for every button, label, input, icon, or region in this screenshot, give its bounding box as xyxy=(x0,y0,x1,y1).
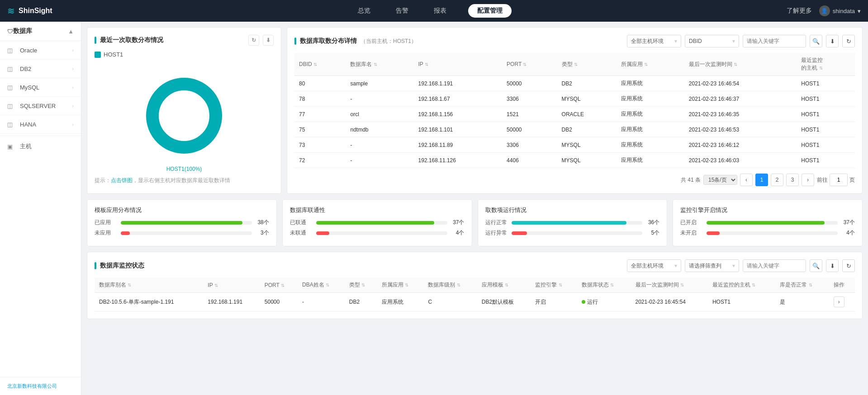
cell-app: 应用系统 xyxy=(617,91,684,107)
th-name[interactable]: 数据库名 ⇅ xyxy=(346,53,413,76)
mth-ip[interactable]: IP ⇅ xyxy=(203,277,260,293)
monitor-env-filter[interactable]: 全部主机环境 ▾ xyxy=(627,259,681,272)
th-host[interactable]: 最近监控的主机 ⇅ xyxy=(797,53,855,76)
mth-lasttime[interactable]: 最后一次监测时间 ⇅ xyxy=(631,277,708,293)
sidebar-item-host[interactable]: ▣ 主机 xyxy=(0,138,81,155)
pagination-prev-btn[interactable]: ‹ xyxy=(740,174,753,186)
stat-label: 已开启 xyxy=(680,219,703,226)
cell-type: DB2 xyxy=(557,76,617,91)
sidebar-item-sqlserver[interactable]: ◫ SQLSERVER › xyxy=(0,97,81,115)
monitor-download-btn[interactable]: ⬇ xyxy=(826,259,839,272)
detail-dbid-filter[interactable]: DBID ▾ xyxy=(685,35,739,47)
stats-row: 模板应用分布情况 已应用 38个 未应用 3个 xyxy=(87,199,863,246)
cell-host[interactable]: HOST1 xyxy=(797,91,855,107)
cell-name: - xyxy=(346,137,413,153)
mth-app[interactable]: 所属应用 ⇅ xyxy=(377,277,424,293)
chart-tip-link[interactable]: 点击饼图 xyxy=(111,177,133,183)
pagination-page-input[interactable] xyxy=(830,174,848,186)
sidebar-item-hana[interactable]: ◫ HANA › xyxy=(0,115,81,134)
detail-search-input[interactable] xyxy=(743,35,806,47)
stat-value: 5个 xyxy=(646,229,659,237)
th-type[interactable]: 类型 ⇅ xyxy=(557,53,617,76)
monitor-refresh-btn[interactable]: ↻ xyxy=(842,259,855,272)
mth-alias[interactable]: 数据库别名 ⇅ xyxy=(95,277,203,293)
pagination-page-2[interactable]: 2 xyxy=(771,174,783,186)
mth-template[interactable]: 应用模板 ⇅ xyxy=(477,277,531,293)
nav-item-overview[interactable]: 总览 xyxy=(354,0,374,21)
cell-name: - xyxy=(346,91,413,107)
cell-host[interactable]: HOST1 xyxy=(797,137,855,153)
cell-dbid: 72 xyxy=(294,153,346,168)
pagination-page-size[interactable]: 15条/页 20条/页 xyxy=(703,175,737,185)
monitor-col-filter[interactable]: 请选择筛查列 ▾ xyxy=(685,259,739,272)
detail-subtitle-text: （当前主机：HOST1） xyxy=(360,38,417,45)
mth-status[interactable]: 数据库状态 ⇅ xyxy=(577,277,631,293)
monitor-search-input[interactable] xyxy=(743,259,806,272)
mth-level[interactable]: 数据库级别 ⇅ xyxy=(423,277,477,293)
legend-dot xyxy=(95,52,101,58)
mth-type[interactable]: 类型 ⇅ xyxy=(345,277,377,293)
stat-title: 数据库联通性 xyxy=(290,206,465,214)
sidebar-item-oracle[interactable]: ◫ Oracle › xyxy=(0,41,81,60)
mth-port[interactable]: PORT ⇅ xyxy=(260,277,298,293)
detail-refresh-btn[interactable]: ↻ xyxy=(842,35,855,47)
th-ip[interactable]: IP ⇅ xyxy=(414,53,503,76)
donut-card: 最近一次取数分布情况 ↻ ⬇ HOST1 xyxy=(87,27,281,194)
nav-right: 了解更多 👤 shindata ▾ xyxy=(787,5,861,16)
nav-item-report[interactable]: 报表 xyxy=(430,0,450,21)
stat-bar xyxy=(121,221,242,225)
cell-dbid: 77 xyxy=(294,107,346,122)
cell-host[interactable]: HOST1 xyxy=(797,122,855,137)
main-layout: 🛡 数据库 ▲ ◫ Oracle › ◫ DB2 › ◫ MySQL › ◫ S… xyxy=(0,22,868,395)
cell-type: MYSQL xyxy=(557,91,617,107)
cell-host[interactable]: HOST1 xyxy=(797,107,855,122)
cell-host[interactable]: HOST1 xyxy=(797,76,855,91)
cell-name[interactable]: ndtmdb xyxy=(346,122,413,137)
detail-card-header: 数据库取数分布详情 （当前主机：HOST1） 全部主机环境 ▾ DBID ▾ xyxy=(294,35,855,47)
sidebar-item-mysql[interactable]: ◫ MySQL › xyxy=(0,78,81,97)
pagination-page-suffix: 页 xyxy=(849,176,855,184)
sidebar-item-db2[interactable]: ◫ DB2 › xyxy=(0,60,81,78)
th-dbid[interactable]: DBID ⇅ xyxy=(294,53,346,76)
nav-more[interactable]: 了解更多 xyxy=(787,7,812,15)
pagination-page-1[interactable]: 1 xyxy=(755,174,768,186)
th-app[interactable]: 所属应用 ⇅ xyxy=(617,53,684,76)
sort-icon-mport: ⇅ xyxy=(281,283,285,288)
sort-icon-normal: ⇅ xyxy=(809,282,812,287)
cell-host[interactable]: HOST1 xyxy=(797,153,855,168)
sidebar-footer[interactable]: 北京新数科技有限公司 xyxy=(0,377,81,395)
table-row: 72 - 192.168.11.126 4406 MYSQL 应用系统 2021… xyxy=(294,153,855,168)
mth-host[interactable]: 最近监控的主机 ⇅ xyxy=(708,277,776,293)
donut-refresh-btn[interactable]: ↻ xyxy=(248,35,259,46)
stat-value: 4个 xyxy=(451,229,465,237)
stat-item: 已开启 37个 xyxy=(680,219,855,226)
cell-app: 应用系统 xyxy=(617,153,684,168)
stat-value: 3个 xyxy=(256,229,269,237)
pagination-next-btn[interactable]: › xyxy=(802,174,814,186)
mcell-type: DB2 xyxy=(345,293,377,311)
th-lasttime[interactable]: 最后一次监测时间 ⇅ xyxy=(684,53,797,76)
user-area[interactable]: 👤 shindata ▾ xyxy=(819,5,861,16)
mth-engine[interactable]: 监控引擎 ⇅ xyxy=(531,277,577,293)
nav-item-alert[interactable]: 告警 xyxy=(392,0,412,21)
mth-normal[interactable]: 库是否正常 ⇅ xyxy=(775,277,829,293)
monitor-search-btn[interactable]: 🔍 xyxy=(810,259,822,272)
sidebar-collapse-btn[interactable]: ▲ xyxy=(68,28,74,35)
th-port[interactable]: PORT ⇅ xyxy=(502,53,557,76)
monitor-env-filter-label: 全部主机环境 xyxy=(631,262,664,270)
cell-app: 应用系统 xyxy=(617,76,684,91)
detail-env-filter-arrow: ▾ xyxy=(674,38,677,44)
pagination-prev-label: 前往 xyxy=(817,176,828,184)
donut-download-btn[interactable]: ⬇ xyxy=(263,35,274,46)
row-action-btn[interactable]: › xyxy=(834,296,844,307)
donut-chart-container[interactable] xyxy=(95,61,274,170)
mcell-action[interactable]: › xyxy=(829,293,855,311)
detail-env-filter[interactable]: 全部主机环境 ▾ xyxy=(627,35,681,47)
sidebar-divider xyxy=(0,136,81,136)
nav-item-config[interactable]: 配置管理 xyxy=(468,4,512,18)
mth-dba[interactable]: DBA姓名 ⇅ xyxy=(298,277,345,293)
detail-search-btn[interactable]: 🔍 xyxy=(810,35,822,47)
stat-bar xyxy=(121,231,130,235)
pagination-page-3[interactable]: 3 xyxy=(786,174,799,186)
detail-download-btn[interactable]: ⬇ xyxy=(826,35,839,47)
